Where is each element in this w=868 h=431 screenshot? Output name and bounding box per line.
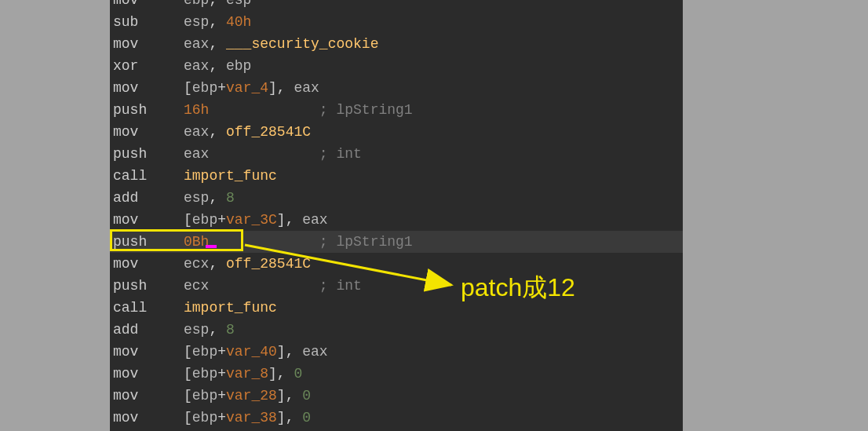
- token-ident: ___security_cookie: [226, 36, 378, 52]
- token-reg: eax: [184, 58, 209, 74]
- token-reg: eax: [302, 344, 327, 360]
- asm-line[interactable]: movecx, off_28541C: [110, 253, 683, 275]
- token-bracket: ]: [268, 80, 277, 96]
- token-bracket: ]: [277, 212, 286, 228]
- asm-line[interactable]: callimport_func: [110, 165, 683, 187]
- token-reg: ebp: [184, 0, 209, 8]
- asm-line[interactable]: mov[ebp+var_38], 0: [110, 407, 683, 429]
- mnemonic: add: [113, 187, 184, 209]
- asm-line[interactable]: mov[ebp+var_28], 0: [110, 385, 683, 407]
- mnemonic: mov: [113, 77, 184, 99]
- token-reg: esp: [184, 14, 209, 30]
- annotation-text: patch成12: [461, 271, 575, 305]
- asm-line[interactable]: addesp, 8: [110, 319, 683, 341]
- operands: [ebp+var_40], eax: [184, 341, 328, 363]
- token-bracket: [: [184, 344, 192, 360]
- token-punct: ,: [286, 212, 303, 228]
- comment: ; int: [319, 143, 362, 165]
- mnemonic: push: [113, 275, 184, 297]
- mnemonic: mov: [113, 33, 184, 55]
- mnemonic: xor: [113, 55, 184, 77]
- mnemonic: add: [113, 319, 184, 341]
- asm-line[interactable]: mov[ebp+var_4], eax: [110, 77, 683, 99]
- token-punct: ,: [209, 256, 226, 272]
- mnemonic: call: [113, 297, 184, 319]
- asm-line[interactable]: subesp, 40h: [110, 11, 683, 33]
- mnemonic: mov: [113, 209, 184, 231]
- comment: ; lpString1: [319, 99, 413, 121]
- token-var: var_38: [226, 410, 277, 426]
- token-bracket: [: [184, 388, 192, 404]
- operands: esp, 8: [184, 319, 235, 341]
- token-ident: off_28541C: [226, 124, 311, 140]
- mnemonic: call: [113, 165, 184, 187]
- token-bracket: ]: [268, 366, 277, 382]
- token-num-green: 0: [294, 366, 302, 382]
- token-punct: ,: [286, 388, 303, 404]
- mnemonic: mov: [113, 385, 184, 407]
- operands: eax, ebp: [184, 55, 251, 77]
- token-reg: eax: [302, 212, 327, 228]
- asm-line[interactable]: movebp, esp: [110, 0, 683, 11]
- token-reg: esp: [184, 322, 209, 338]
- asm-line[interactable]: push16h ; lpString1: [110, 99, 683, 121]
- token-punct: +: [217, 410, 226, 426]
- token-punct: ,: [209, 124, 226, 140]
- operands: 0Bh: [184, 231, 209, 253]
- mnemonic: push: [113, 99, 184, 121]
- token-num: 16h: [184, 102, 209, 118]
- asm-line[interactable]: addesp, 8: [110, 187, 683, 209]
- token-ident: import_func: [184, 168, 277, 184]
- token-reg: ebp: [192, 212, 217, 228]
- token-punct: +: [217, 212, 226, 228]
- operands: ebp, esp: [184, 0, 251, 11]
- token-num-green: 0: [302, 410, 311, 426]
- operands: [ebp+var_4], eax: [184, 77, 319, 99]
- token-punct: ,: [286, 410, 303, 426]
- operands: 16h: [184, 99, 209, 121]
- token-reg: ebp: [192, 366, 217, 382]
- asm-line[interactable]: mov[ebp+var_8], 0: [110, 363, 683, 385]
- operands: eax, off_28541C: [184, 121, 311, 143]
- token-punct: +: [217, 80, 226, 96]
- operands: import_func: [184, 165, 277, 187]
- token-var: var_40: [226, 344, 277, 360]
- token-var: var_28: [226, 388, 277, 404]
- operands: ecx: [184, 275, 209, 297]
- token-reg: eax: [184, 124, 209, 140]
- token-ident: off_28541C: [226, 256, 311, 272]
- token-reg: ebp: [192, 388, 217, 404]
- token-punct: ,: [277, 80, 294, 96]
- token-reg: ecx: [184, 278, 209, 294]
- mnemonic: mov: [113, 0, 184, 11]
- asm-line[interactable]: mov[ebp+var_3C], eax: [110, 209, 683, 231]
- operands: esp, 40h: [184, 11, 251, 33]
- token-ident: import_func: [184, 300, 277, 316]
- token-reg: ebp: [192, 344, 217, 360]
- operands: [ebp+var_8], 0: [184, 363, 302, 385]
- asm-line[interactable]: mov[ebp+var_40], eax: [110, 341, 683, 363]
- token-bracket: [: [184, 80, 192, 96]
- asm-line[interactable]: moveax, off_28541C: [110, 121, 683, 143]
- token-punct: ,: [209, 58, 226, 74]
- asm-line[interactable]: pushecx ; int: [110, 275, 683, 297]
- token-bracket: ]: [277, 410, 286, 426]
- token-reg: ebp: [226, 58, 251, 74]
- mnemonic: sub: [113, 11, 184, 33]
- token-punct: ,: [286, 344, 303, 360]
- asm-line[interactable]: pusheax ; int: [110, 143, 683, 165]
- cursor-indicator: [206, 245, 217, 248]
- token-punct: ,: [277, 366, 294, 382]
- asm-line[interactable]: xoreax, ebp: [110, 55, 683, 77]
- token-bracket: [: [184, 212, 192, 228]
- disassembly-panel[interactable]: movebp, espsubesp, 40hmoveax, ___securit…: [110, 0, 683, 431]
- token-bracket: ]: [277, 388, 286, 404]
- operands: ecx, off_28541C: [184, 253, 311, 275]
- asm-line[interactable]: callimport_func: [110, 297, 683, 319]
- token-var: var_8: [226, 366, 268, 382]
- comment: ; lpString1: [319, 231, 413, 253]
- token-reg: eax: [184, 36, 209, 52]
- mnemonic: push: [113, 231, 184, 253]
- asm-line[interactable]: moveax, ___security_cookie: [110, 33, 683, 55]
- asm-line[interactable]: push0Bh ; lpString1: [110, 231, 683, 253]
